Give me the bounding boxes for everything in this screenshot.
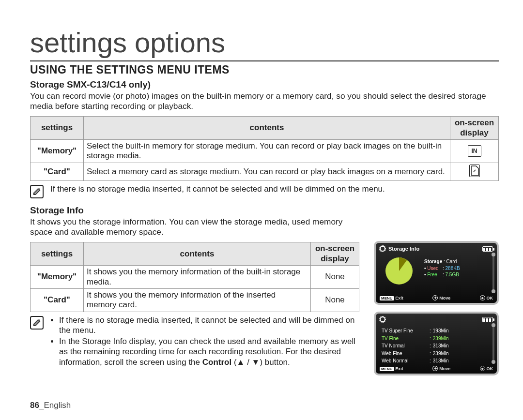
exit-label: Exit <box>395 296 403 300</box>
resolution-list: TV Super Fine: 193Min TV Fine: 239Min TV… <box>382 327 449 365</box>
th-contents: contents <box>84 242 311 266</box>
osd-storage-info: Storage Info Storage : Card • Used : 288… <box>374 241 499 305</box>
cell-setting: "Card" <box>31 288 84 312</box>
free-label: Free <box>427 272 437 277</box>
storageinfo-desc: It shows you the storage information. Yo… <box>30 217 359 237</box>
page-footer: 86_English <box>30 401 71 410</box>
osd-title: Storage Info <box>388 246 419 252</box>
page-lang: English <box>44 401 71 410</box>
move-label: Move <box>439 296 450 300</box>
note-text: In the Storage Info display, you can che… <box>59 336 359 367</box>
note-icon <box>30 316 44 330</box>
gear-icon <box>380 246 385 252</box>
cell-setting: "Memory" <box>31 139 84 163</box>
battery-icon <box>482 317 493 322</box>
menu-button[interactable]: MENU <box>380 296 394 300</box>
list-value: 313Min <box>433 357 449 365</box>
list-value: 239Min <box>433 350 449 358</box>
divider <box>30 60 499 61</box>
storage-subtitle: Storage SMX-C13/C14 only) <box>30 79 499 90</box>
cell-content: Select a memory card as storage medium. … <box>84 163 450 180</box>
list-item: Web Normal <box>382 357 428 365</box>
free-value: 7.5GB <box>446 272 459 277</box>
note-list: If there is no storage media inserted, i… <box>50 315 359 368</box>
memory-in-icon: IN <box>468 145 481 157</box>
cell-setting: "Card" <box>31 163 84 180</box>
used-value: 288KB <box>446 266 460 271</box>
storage-table: settings contents on-screen display "Mem… <box>30 116 499 181</box>
section-title: USING THE SETTINGS MENU ITEMS <box>30 63 499 76</box>
osd-info: Storage : Card • Used : 288KB • Free : 7… <box>424 258 460 278</box>
osd-resolution-list: TV Super Fine: 193Min TV Fine: 239Min TV… <box>374 312 499 375</box>
move-icon[interactable]: ✦ <box>432 366 438 371</box>
list-item: TV Super Fine <box>382 327 428 335</box>
memory-card-icon <box>469 165 480 177</box>
list-value: 193Min <box>433 327 449 335</box>
th-contents: contents <box>84 117 450 140</box>
storage-label: Storage <box>424 259 442 264</box>
storageinfo-table: settings contents on-screen display "Mem… <box>30 242 359 312</box>
cell-content: It shows you the memory information of t… <box>84 266 311 289</box>
list-item: TV Normal <box>382 342 428 350</box>
ok-icon[interactable]: ● <box>480 295 485 300</box>
th-settings: settings <box>31 242 84 266</box>
storage-value: Card <box>446 259 457 264</box>
list-value: 239Min <box>433 335 449 343</box>
list-item[interactable]: TV Fine <box>382 335 428 343</box>
storageinfo-subtitle: Storage Info <box>30 205 499 216</box>
page-number: 86 <box>30 401 39 410</box>
page-title: settings options <box>30 26 499 59</box>
note-text: If there is no storage media inserted, i… <box>50 184 385 198</box>
note-text: If there is no storage media inserted, i… <box>59 315 359 336</box>
exit-label: Exit <box>395 366 403 371</box>
scrollbar[interactable] <box>492 254 494 292</box>
gear-icon <box>380 316 385 322</box>
move-label: Move <box>439 366 450 371</box>
battery-icon <box>482 246 493 252</box>
note: If there is no storage media inserted, i… <box>30 184 499 198</box>
cell-setting: "Memory" <box>31 266 84 289</box>
note: If there is no storage media inserted, i… <box>30 315 359 368</box>
used-label: Used <box>427 266 438 271</box>
table-row: "Memory" Select the built-in memory for … <box>31 139 499 163</box>
table-row: "Card" Select a memory card as storage m… <box>31 163 499 180</box>
ok-label: OK <box>487 296 493 300</box>
pie-chart <box>385 256 414 285</box>
th-osd: on-screen display <box>311 242 359 266</box>
note-icon <box>30 185 44 198</box>
scrollbar[interactable] <box>492 324 494 363</box>
ok-icon[interactable]: ● <box>480 366 485 371</box>
list-item: Web Fine <box>382 350 428 358</box>
cell-osd: None <box>311 288 359 312</box>
menu-button[interactable]: MENU <box>380 367 394 371</box>
control-label: Control <box>202 358 231 367</box>
th-osd: on-screen display <box>450 117 499 140</box>
table-row: "Memory" It shows you the memory informa… <box>31 266 359 289</box>
th-settings: settings <box>31 117 84 140</box>
cell-osd: IN <box>450 139 499 163</box>
list-value: 313Min <box>433 342 449 350</box>
cell-content: It shows you the memory information of t… <box>84 288 311 312</box>
cell-osd: None <box>311 266 359 289</box>
ok-label: OK <box>487 366 493 371</box>
table-row: "Card" It shows you the memory informati… <box>31 288 359 312</box>
storage-desc: You can record movie (or photo) images o… <box>30 91 499 111</box>
move-icon[interactable]: ✦ <box>432 295 438 300</box>
cell-content: Select the built-in memory for storage m… <box>84 139 450 163</box>
cell-osd <box>450 163 499 180</box>
